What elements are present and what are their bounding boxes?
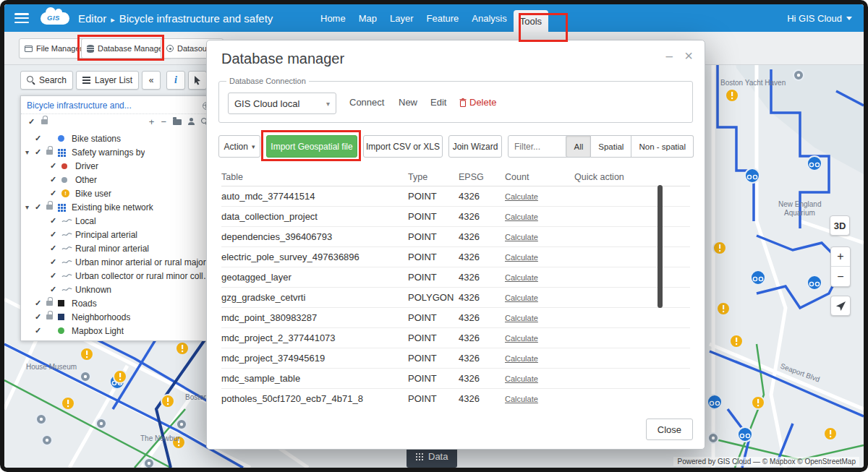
calculate-link[interactable]: Calculate (505, 213, 538, 221)
import-csv-button[interactable]: Import CSV or XLS (363, 135, 443, 158)
visibility-check-icon[interactable]: ✓ (35, 147, 46, 157)
calculate-link[interactable]: Calculate (505, 314, 538, 322)
close-button[interactable]: Close (646, 419, 693, 440)
import-geospatial-button[interactable]: Import Geospatial file (266, 135, 357, 158)
connect-link[interactable]: Connect (349, 97, 384, 108)
check-all-icon[interactable]: ✓ (28, 117, 35, 126)
project-link[interactable]: Bicycle infrastructure and... (27, 100, 203, 111)
layer-row-urban-minor-arterial[interactable]: ✓ Urban minor arterial or rural major co… (21, 255, 216, 269)
visibility-check-icon[interactable]: ✓ (50, 230, 61, 239)
visibility-check-icon[interactable]: ✓ (50, 216, 61, 226)
close-icon[interactable]: × (684, 48, 693, 64)
layer-row-bike-user[interactable]: ✓ ! Bike user (21, 186, 216, 200)
database-select[interactable]: GIS Cloud local ▾ (228, 93, 336, 114)
table-row[interactable]: mdc_point_380983287 POINT 4326 Calculate (221, 308, 690, 328)
layer-row-existing-bike-network[interactable]: ▾ ✓ Existing bike network (21, 200, 216, 214)
layer-row-bike-stations[interactable]: ✓ Bike stations (21, 132, 216, 145)
locate-button[interactable] (830, 296, 851, 316)
list-icon (82, 77, 90, 78)
user-menu[interactable]: Hi GIS Cloud (787, 4, 852, 32)
map-3d-button[interactable]: 3D (830, 215, 850, 236)
nav-analysis[interactable]: Analysis (465, 4, 513, 32)
nav-feature[interactable]: Feature (420, 4, 466, 32)
calculate-link[interactable]: Calculate (505, 354, 538, 363)
table-row[interactable]: dependencies_396406793 POINT 4326 Calcul… (221, 227, 690, 247)
layer-row-local[interactable]: ✓ Local (21, 214, 216, 228)
table-row[interactable]: data_collection_project POINT 4326 Calcu… (221, 207, 690, 227)
chevron-down-icon[interactable]: ▾ (25, 148, 35, 156)
calculate-link[interactable]: Calculate (505, 374, 538, 383)
hamburger-menu-icon[interactable] (14, 13, 29, 23)
nav-layer[interactable]: Layer (383, 4, 420, 32)
zoom-out-button[interactable]: − (831, 267, 850, 286)
user-icon[interactable] (188, 122, 195, 126)
table-row[interactable]: gzg_gradske_cetvrti POLYGON 4326 Calcula… (221, 288, 690, 308)
visibility-check-icon[interactable]: ✓ (35, 312, 46, 322)
nav-tools[interactable]: Tools (514, 10, 548, 32)
visibility-check-icon[interactable]: ✓ (35, 134, 46, 143)
minimize-icon[interactable]: – (666, 49, 673, 64)
filter-spatial-button[interactable]: Spatial (591, 135, 631, 158)
calculate-link[interactable]: Calculate (505, 233, 538, 241)
table-row[interactable]: geotagged_layer POINT 4326 Calculate (221, 267, 690, 288)
table-row[interactable]: auto_mdc_377441514 POINT 4326 Calculate (221, 186, 690, 207)
visibility-check-icon[interactable]: ✓ (50, 175, 61, 184)
table-row[interactable]: potholes_50cf1720_ecb7_4b71_8 POINT 4326… (221, 389, 690, 405)
nav-home[interactable]: Home (314, 4, 352, 32)
visibility-check-icon[interactable]: ✓ (50, 244, 61, 253)
layer-row-principal-arterial[interactable]: ✓ Principal arterial (21, 228, 216, 241)
new-link[interactable]: New (399, 97, 417, 108)
map-label: Boston Yacht Haven (720, 79, 786, 87)
table-row[interactable]: electric_pole_survey_497636896 POINT 432… (221, 247, 690, 267)
visibility-check-icon[interactable]: ✓ (50, 161, 61, 171)
calculate-link[interactable]: Calculate (505, 395, 538, 403)
modal-scrollbar-thumb[interactable] (658, 185, 663, 308)
delete-link[interactable]: Delete (459, 97, 497, 108)
edit-link[interactable]: Edit (430, 97, 446, 108)
calculate-link[interactable]: Calculate (505, 192, 538, 201)
visibility-check-icon[interactable]: ✓ (35, 202, 46, 212)
filter-nonspatial-button[interactable]: Non - spatial (631, 135, 694, 158)
visibility-check-icon[interactable]: ✓ (50, 189, 61, 198)
calculate-link[interactable]: Calculate (505, 334, 538, 343)
calculate-link[interactable]: Calculate (505, 273, 538, 282)
layer-row-unknown[interactable]: ✓ Unknown (21, 283, 216, 296)
collapse-panel-button[interactable]: « (142, 71, 161, 90)
zoom-in-button[interactable]: + (831, 247, 850, 267)
layer-row-mapbox-light[interactable]: ✓ Mapbox Light (21, 324, 216, 338)
visibility-check-icon[interactable]: ✓ (35, 299, 46, 308)
table-row[interactable]: mdc_sample_table POINT 4326 Calculate (221, 369, 690, 389)
add-layer-icon[interactable]: + (149, 117, 155, 126)
chevron-down-icon[interactable]: ▾ (25, 203, 35, 211)
layer-row-roads[interactable]: ✓ Roads (21, 296, 216, 310)
grid-layer-icon (58, 149, 60, 151)
layer-row-safety-warnings[interactable]: ▾ ✓ Safety warnings by (21, 145, 216, 159)
table-row[interactable]: mdc_project_2_377441073 POINT 4326 Calcu… (221, 328, 690, 348)
table-row[interactable]: mdc_project_374945619 POINT 4326 Calcula… (221, 348, 690, 369)
remove-layer-icon[interactable]: − (161, 117, 166, 126)
join-wizard-button[interactable]: Join Wizard (448, 135, 502, 158)
calculate-link[interactable]: Calculate (505, 253, 538, 262)
gis-cloud-logo[interactable]: GIS (41, 12, 69, 25)
visibility-check-icon[interactable]: ✓ (50, 285, 61, 294)
layer-row-driver[interactable]: ✓ Driver (21, 159, 216, 173)
action-dropdown-button[interactable]: Action ▾ (218, 135, 260, 158)
filter-all-button[interactable]: All (566, 135, 591, 158)
layer-row-urban-collector[interactable]: ✓ Urban collector or rural minor collect… (21, 269, 216, 283)
visibility-check-icon[interactable]: ✓ (50, 257, 61, 267)
folder-icon[interactable] (173, 119, 182, 125)
visibility-check-icon[interactable]: ✓ (35, 326, 46, 335)
tab-database-manager[interactable]: Database Manager (81, 38, 171, 59)
layer-row-other[interactable]: ✓ Other (21, 173, 216, 186)
calculate-link[interactable]: Calculate (505, 293, 538, 302)
nav-map[interactable]: Map (352, 4, 383, 32)
info-tool-button[interactable]: i (166, 71, 185, 90)
layer-row-neighborhoods[interactable]: ✓ Neighborhoods (21, 310, 216, 324)
pointer-tool-button[interactable] (188, 71, 207, 90)
tab-file-manager[interactable]: File Manager (19, 38, 88, 59)
layer-list-button[interactable]: Layer List (76, 71, 139, 90)
visibility-check-icon[interactable]: ✓ (50, 271, 61, 280)
lock-all-icon[interactable] (41, 119, 48, 124)
search-button[interactable]: Search (20, 71, 73, 90)
layer-row-rural-minor-arterial[interactable]: ✓ Rural minor arterial (21, 241, 216, 255)
